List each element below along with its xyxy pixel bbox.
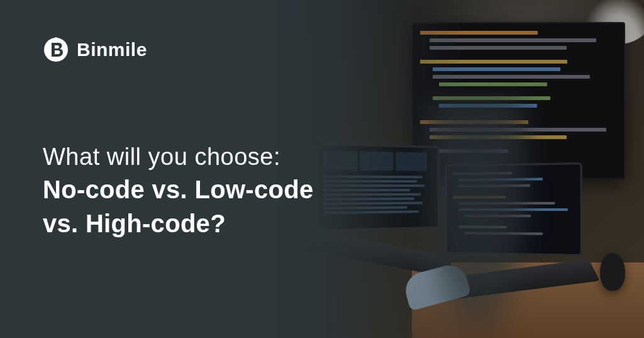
- promotional-banner: Binmile What will you choose: No-code vs…: [0, 0, 644, 338]
- brand-name: Binmile: [77, 39, 147, 60]
- headline-line-1: No-code vs. Low-code: [43, 172, 601, 206]
- banner-headline: What will you choose: No-code vs. Low-co…: [43, 142, 601, 240]
- headline-intro-text: What will you choose:: [43, 142, 601, 172]
- text-content-area: Binmile What will you choose: No-code vs…: [0, 0, 644, 338]
- binmile-logo-icon: [43, 37, 69, 63]
- brand-logo: Binmile: [43, 37, 601, 63]
- headline-line-2: vs. High-code?: [43, 206, 601, 240]
